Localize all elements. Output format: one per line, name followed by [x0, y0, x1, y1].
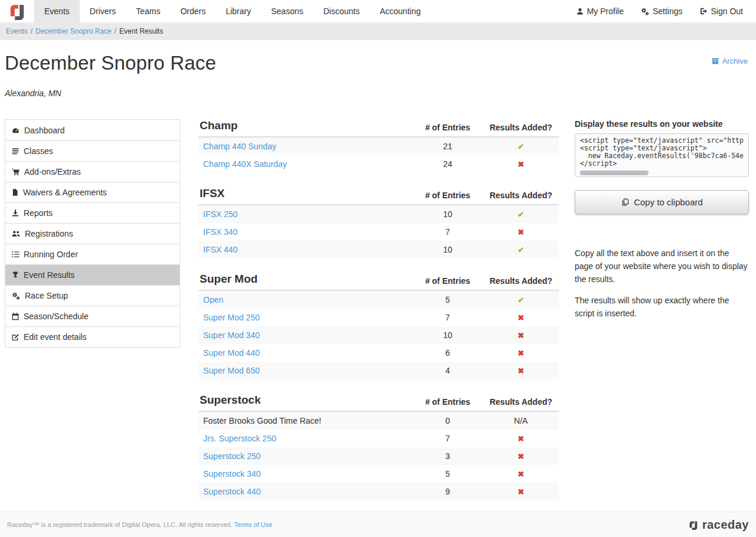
footer-brand: raceday	[688, 518, 749, 532]
results-section-super-mod: Super Mod # of Entries Results Added? Op…	[198, 273, 559, 379]
sidebar-item-season-schedule[interactable]: Season/Schedule	[5, 306, 180, 326]
footer-brand-word: raceday	[702, 518, 749, 532]
table-row: Champ 440 Sunday 21 ✔	[198, 137, 559, 155]
sidebar-item-event-results[interactable]: Event Results	[5, 264, 180, 285]
breadcrumb-link-events[interactable]: Events	[6, 27, 28, 35]
class-link[interactable]: Champ 440X Saturday	[198, 159, 412, 169]
results-added-status: ✖	[483, 313, 559, 322]
cart-icon	[11, 168, 20, 176]
archive-button[interactable]: Archive	[711, 57, 748, 66]
entries-count: 5	[412, 469, 483, 479]
class-link[interactable]: Super Mod 650	[198, 366, 412, 375]
embed-panel: Display these results on your website <s…	[575, 119, 749, 320]
raceday-logo-icon	[7, 2, 27, 20]
results-added-status: ✖	[483, 349, 559, 358]
section-title: IFSX	[198, 187, 412, 200]
sidebar-item-addons[interactable]: Add-ons/Extras	[5, 161, 180, 182]
dashboard-icon	[11, 126, 20, 135]
results-added-status: ✖	[483, 228, 559, 237]
sidebar-item-waivers[interactable]: Waivers & Agreements	[5, 182, 180, 202]
sidebar-item-classes[interactable]: Classes	[5, 140, 180, 161]
entries-column-header: # of Entries	[412, 276, 483, 286]
results-added-status: ✖	[483, 366, 559, 375]
sidebar-item-race-setup[interactable]: Race Setup	[5, 285, 180, 306]
horizontal-scrollbar[interactable]	[580, 171, 744, 175]
sign-out-button[interactable]: Sign Out	[691, 0, 751, 22]
sidebar-item-reports[interactable]: Reports	[5, 202, 180, 223]
nav-item-drivers[interactable]: Drivers	[80, 0, 126, 22]
footer-legal-text: Raceday™ is a registered trademark of Di…	[7, 521, 272, 528]
entries-count: 6	[412, 348, 483, 358]
table-row: Superstock 440 9 ✖	[198, 483, 559, 500]
table-row: Super Mod 250 7 ✖	[198, 309, 559, 326]
sidebar-item-edit-event[interactable]: Edit event details	[5, 326, 180, 347]
sidebar-item-label: Event Results	[24, 270, 74, 280]
results-added-status: ✖	[483, 160, 559, 169]
class-link[interactable]: Champ 440 Sunday	[198, 142, 412, 151]
copy-to-clipboard-button[interactable]: Copy to clipboard	[575, 190, 749, 214]
class-link[interactable]: IFSX 250	[198, 209, 412, 219]
sidebar-item-label: Waivers & Agreements	[23, 188, 107, 197]
breadcrumb-separator: /	[115, 27, 116, 35]
terms-of-use-link[interactable]: Terms of Use	[234, 521, 272, 528]
calendar-icon	[11, 312, 19, 320]
classes-icon	[11, 147, 19, 155]
sidebar-item-running-order[interactable]: Running Order	[5, 244, 180, 264]
results-added-status: ✔	[483, 296, 559, 304]
edit-icon	[11, 333, 19, 341]
nav-item-accounting[interactable]: Accounting	[370, 0, 431, 22]
nav-item-discounts[interactable]: Discounts	[313, 0, 369, 22]
sidebar-item-label: Race Setup	[25, 291, 68, 300]
event-location: Alexandria, MN	[5, 89, 748, 98]
table-header: Superstock # of Entries Results Added?	[198, 394, 559, 412]
class-link[interactable]: Super Mod 440	[198, 348, 412, 358]
page-title: December Snopro Race	[5, 52, 216, 74]
section-title: Champ	[198, 119, 412, 132]
class-link[interactable]: Superstock 340	[198, 469, 412, 479]
sidebar-item-dashboard[interactable]: Dashboard	[5, 120, 180, 140]
class-link[interactable]: IFSX 440	[198, 245, 412, 254]
sidebar-item-registrations[interactable]: Registrations	[5, 223, 180, 244]
nav-item-seasons[interactable]: Seasons	[261, 0, 313, 22]
table-row: Super Mod 340 10 ✖	[198, 326, 559, 344]
table-row: Superstock 250 3 ✖	[198, 447, 559, 465]
sidebar-item-label: Reports	[24, 208, 53, 218]
embed-code[interactable]: <script type="text/javascript" src="http…	[580, 137, 744, 168]
results-section-ifsx: IFSX # of Entries Results Added? IFSX 25…	[198, 187, 559, 258]
class-link[interactable]: Super Mod 340	[198, 330, 412, 340]
raceday-logo[interactable]	[0, 0, 34, 22]
sidebar-item-label: Edit event details	[24, 332, 87, 342]
nav-item-teams[interactable]: Teams	[126, 0, 170, 22]
nav-item-orders[interactable]: Orders	[170, 0, 216, 22]
class-link[interactable]: Superstock 250	[198, 451, 412, 461]
utility-nav: My Profile Settings Sign Out	[568, 0, 756, 22]
entries-count: 4	[412, 366, 483, 375]
table-header: Champ # of Entries Results Added?	[198, 119, 559, 137]
class-link[interactable]: Super Mod 250	[198, 313, 412, 322]
class-link[interactable]: IFSX 340	[198, 227, 412, 237]
users-icon	[11, 230, 21, 238]
class-link[interactable]: Open	[198, 295, 412, 304]
settings-button[interactable]: Settings	[632, 0, 691, 22]
breadcrumb-link-event[interactable]: December Snopro Race	[35, 27, 112, 35]
my-profile-button[interactable]: My Profile	[568, 0, 632, 22]
list-ol-icon	[11, 250, 19, 258]
cogs-icon	[11, 292, 21, 300]
table-row: Super Mod 650 4 ✖	[198, 362, 559, 379]
nav-item-library[interactable]: Library	[216, 0, 261, 22]
results-section-superstock: Superstock # of Entries Results Added? F…	[198, 394, 559, 500]
nav-item-events[interactable]: Events	[34, 0, 80, 22]
help-paragraph: The results will show up exactly where t…	[575, 294, 749, 320]
user-icon	[576, 7, 584, 15]
sign-out-label: Sign Out	[711, 6, 743, 16]
embed-code-box: <script type="text/javascript" src="http…	[575, 133, 749, 177]
trophy-icon	[11, 271, 19, 279]
scrollbar-thumb[interactable]	[580, 171, 649, 175]
class-link[interactable]: Superstock 440	[198, 487, 412, 496]
sidebar-item-label: Add-ons/Extras	[24, 167, 81, 176]
class-link[interactable]: Jrs. Superstock 250	[198, 434, 412, 443]
content: Dashboard Classes Add-ons/Extras	[0, 98, 756, 515]
code-line: </script>	[580, 160, 744, 168]
archive-icon	[711, 57, 719, 65]
entries-count: 7	[412, 434, 483, 443]
